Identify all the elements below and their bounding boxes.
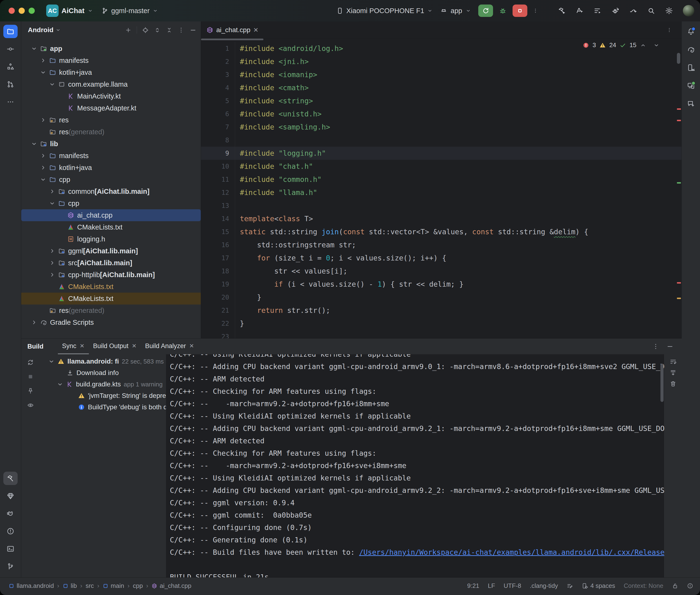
chevron-down-icon[interactable] xyxy=(49,81,56,88)
indent-size-label[interactable]: 4 spaces xyxy=(590,582,615,590)
chevron-down-icon[interactable] xyxy=(56,381,64,388)
warning-stripe-mark[interactable] xyxy=(677,298,681,299)
ai-actions-icon[interactable] xyxy=(576,7,584,15)
close-tab-icon[interactable]: ✕ xyxy=(132,343,137,349)
breadcrumb-item[interactable]: llama.android xyxy=(8,582,54,590)
run-more-kebab-icon[interactable] xyxy=(533,8,538,13)
encoding-widget[interactable]: UTF-8 xyxy=(504,582,521,590)
tree-item-res[interactable]: res (generated) xyxy=(21,305,201,316)
tool-stripe-pull-requests-icon[interactable] xyxy=(3,78,18,91)
vcs-branch-widget[interactable]: ggml-master xyxy=(101,0,158,22)
tool-stripe-logcat-icon[interactable] xyxy=(3,507,18,520)
chevron-down-icon[interactable] xyxy=(55,27,61,33)
hide-icon[interactable] xyxy=(190,27,196,34)
line-number[interactable]: 2 xyxy=(201,55,235,68)
line-number[interactable]: 7 xyxy=(201,120,235,134)
line-number[interactable]: 10 xyxy=(201,160,235,173)
tree-item-res[interactable]: res (generated) xyxy=(21,126,201,138)
line-number[interactable]: 17 xyxy=(201,251,235,264)
chevron-down-icon[interactable] xyxy=(39,176,47,183)
clear-icon[interactable] xyxy=(670,380,677,387)
line-number[interactable]: 6 xyxy=(201,107,235,120)
code-line-content[interactable] xyxy=(235,199,682,212)
build-tab-sync[interactable]: Sync✕ xyxy=(58,339,89,354)
chevron-down-icon[interactable] xyxy=(48,358,55,365)
build-tab-build-output[interactable]: Build Output✕ xyxy=(89,339,141,354)
tree-item-ggml[interactable]: ggml [AiChat.lib.main] xyxy=(21,245,201,257)
line-ending-widget[interactable]: LF xyxy=(488,582,495,590)
code-line-content[interactable]: } xyxy=(235,291,682,304)
inspections-widget[interactable]: 3 24 15 xyxy=(583,41,660,49)
tree-item-manifests[interactable]: manifests xyxy=(21,150,201,162)
hide-tool-window-icon[interactable] xyxy=(666,343,674,350)
tree-item-cmakelists-txt[interactable]: CMakeLists.txt xyxy=(21,293,201,305)
tree-item-messageadapter-kt[interactable]: MessageAdapter.kt xyxy=(21,102,201,114)
tool-stripe-project-folder-icon[interactable] xyxy=(3,25,18,38)
tree-item-kotlin-java[interactable]: kotlin+java xyxy=(21,66,201,78)
code-line-content[interactable]: #include "llama.h" xyxy=(235,186,682,199)
tree-item-com-example-llama[interactable]: com.example.llama xyxy=(21,78,201,90)
scroll-end-icon[interactable] xyxy=(670,369,677,376)
zoom-window-button[interactable] xyxy=(29,8,35,14)
close-tab-icon[interactable]: ✕ xyxy=(80,343,85,349)
tree-item-res[interactable]: res xyxy=(21,114,201,126)
line-number[interactable]: 11 xyxy=(201,173,235,186)
run-config-android-icon[interactable] xyxy=(440,7,447,14)
build-tree-item[interactable]: BuildType 'debug' is both de xyxy=(21,401,166,413)
settings-icon[interactable] xyxy=(665,7,673,15)
plus-icon[interactable] xyxy=(125,27,132,34)
console-file-link[interactable]: /Users/hanyin/Workspace/ai-chat/examples… xyxy=(359,548,665,557)
code-line-content[interactable]: str << values[i]; xyxy=(235,264,682,278)
line-number[interactable]: 22 xyxy=(201,317,235,330)
tree-item-logging-h[interactable]: logging.h xyxy=(21,233,201,245)
bang-circle-icon[interactable] xyxy=(687,583,693,589)
code-line-content[interactable]: #include <string> xyxy=(235,94,682,107)
chevron-down-icon[interactable] xyxy=(49,200,56,207)
project-widget[interactable]: AC AiChat xyxy=(46,0,93,22)
context-widget[interactable]: Context: None xyxy=(624,582,663,590)
close-tab-icon[interactable]: ✕ xyxy=(253,26,258,34)
lock-open-icon[interactable] xyxy=(672,583,678,589)
collapse-all-icon[interactable] xyxy=(166,27,173,34)
code-line-content[interactable]: if (i < values.size() - 1) { str << deli… xyxy=(235,278,682,291)
chevron-down-icon[interactable] xyxy=(30,45,38,52)
tree-item-cpp[interactable]: cpp xyxy=(21,197,201,209)
chevron-down-icon[interactable] xyxy=(39,69,47,76)
chevron-right-icon[interactable] xyxy=(30,319,38,326)
code-line-content[interactable]: #include "chat.h" xyxy=(235,160,682,173)
build-options-kebab-icon[interactable] xyxy=(652,343,659,350)
tool-stripe-version-control-icon[interactable] xyxy=(3,560,18,573)
tree-item-cpp-httplib[interactable]: cpp-httplib [AiChat.lib.main] xyxy=(21,269,201,281)
code-line-content[interactable]: #include <iomanip> xyxy=(235,68,682,81)
tool-stripe-more-icon[interactable] xyxy=(3,95,18,109)
line-number[interactable]: 4 xyxy=(201,81,235,94)
line-number[interactable]: 16 xyxy=(201,238,235,251)
caret-position-widget[interactable]: 9:21 xyxy=(467,582,479,590)
tree-item-mainactivity-kt[interactable]: MainActivity.kt xyxy=(21,90,201,102)
code-line-content[interactable]: #include <unistd.h> xyxy=(235,107,682,120)
tool-stripe-commit-icon[interactable] xyxy=(3,42,18,56)
chevron-right-icon[interactable] xyxy=(39,164,47,171)
line-number[interactable]: 9 xyxy=(201,147,235,160)
line-number[interactable]: 14 xyxy=(201,212,235,225)
code-line-content[interactable]: for (size_t i = 0; i < values.size(); i+… xyxy=(235,251,682,264)
tool-stripe-structure-icon[interactable] xyxy=(3,60,18,73)
prev-problem-icon[interactable] xyxy=(640,42,646,49)
tree-item-manifests[interactable]: manifests xyxy=(21,55,201,66)
tool-stripe-device-manager-icon[interactable] xyxy=(684,61,698,74)
tool-stripe-app-insights-icon[interactable] xyxy=(3,489,18,503)
line-number[interactable]: 13 xyxy=(201,199,235,212)
avatar[interactable] xyxy=(683,5,694,17)
chevron-down-icon[interactable] xyxy=(466,8,471,13)
change-stripe-mark[interactable] xyxy=(677,182,681,183)
close-tab-icon[interactable]: ✕ xyxy=(189,343,194,349)
line-number[interactable]: 1 xyxy=(201,42,235,55)
locate-icon[interactable] xyxy=(142,27,149,34)
breadcrumb-item[interactable]: src xyxy=(85,582,94,590)
code-line-content[interactable]: #include <jni.h> xyxy=(235,55,682,68)
tool-stripe-gemini-icon[interactable] xyxy=(684,97,698,111)
clang-tidy-widget[interactable]: .clang-tidy xyxy=(530,582,558,590)
device-selector[interactable]: Xiaomi POCOPHONE F1 xyxy=(336,0,433,22)
tree-item-ai-chat-cpp[interactable]: ai_chat.cpp xyxy=(21,209,201,221)
line-number[interactable]: 21 xyxy=(201,304,235,317)
